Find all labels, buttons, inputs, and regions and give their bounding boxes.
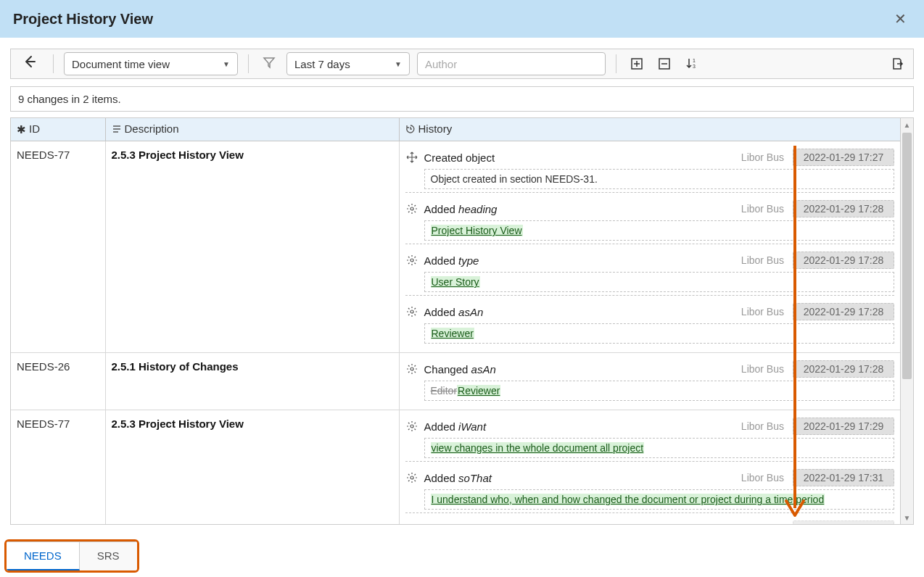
export-button[interactable] <box>887 54 907 74</box>
toolbar-divider <box>248 54 249 73</box>
history-separator <box>405 295 895 296</box>
history-entry-detail: Reviewer <box>424 323 895 344</box>
history-entry: Added asAnLibor Bus2022-01-29 17:28Revie… <box>400 300 901 344</box>
date-range-dropdown[interactable]: Last 7 days ▼ <box>286 52 410 75</box>
view-dropdown-label: Document time view <box>72 58 170 70</box>
history-entry-author: Libor Bus <box>741 151 784 163</box>
item-description: 2.5.3 Project History View <box>105 410 399 525</box>
window-title: Project History View <box>13 11 153 28</box>
close-icon[interactable]: ✕ <box>890 6 911 32</box>
item-id: NEEDS-77 <box>11 410 105 525</box>
gear-icon <box>405 471 418 484</box>
history-entry-author: Libor Bus <box>741 306 784 317</box>
gear-icon <box>405 254 418 267</box>
history-entry-header: Added typeLibor Bus2022-01-29 17:28 <box>400 249 901 272</box>
item-id: NEEDS-26 <box>11 353 105 410</box>
filter-button[interactable] <box>259 55 279 73</box>
history-separator <box>405 192 895 193</box>
gear-icon <box>405 420 418 433</box>
history-entry-detail: Project History View <box>424 220 895 241</box>
expand-all-button[interactable] <box>627 54 647 74</box>
history-entry-header: Added iWantLibor Bus2022-01-29 17:29 <box>400 415 901 438</box>
view-dropdown[interactable]: Document time view ▼ <box>64 52 238 75</box>
svg-text:3: 3 <box>693 64 696 69</box>
document-tabs: NEEDS SRS <box>4 539 139 573</box>
history-entry-author: Libor Bus <box>741 363 784 375</box>
column-header-history[interactable]: History <box>399 118 900 141</box>
export-icon <box>890 57 904 71</box>
funnel-icon <box>262 55 276 70</box>
history-entry-detail: User Story <box>424 272 895 292</box>
minus-box-icon <box>658 57 671 70</box>
history-cell: Created objectLibor Bus2022-01-29 17:27O… <box>399 141 900 353</box>
asterisk-icon: ✱ <box>17 123 26 136</box>
svg-point-4 <box>411 207 413 210</box>
plus-box-icon <box>630 57 643 70</box>
gear-icon <box>405 523 418 525</box>
history-entry-title: Added asAn <box>424 306 735 318</box>
history-entry-detail: Object created in section NEEDS-31. <box>424 169 895 189</box>
history-entry-header: Added soThatLibor Bus2022-01-29 17:31 <box>400 466 901 489</box>
history-entry: Added soThatLibor Bus2022-01-29 17:31I u… <box>400 466 901 513</box>
history-entry-author: Libor Bus <box>741 203 784 215</box>
svg-point-8 <box>411 425 413 428</box>
column-header-description[interactable]: Description <box>105 118 399 141</box>
history-entry-detail: I understand who, when and how changed t… <box>424 489 895 510</box>
history-entry-detail: EditorReviewer <box>424 381 895 401</box>
history-entry-detail: view changes in the whole document all p… <box>424 438 895 458</box>
item-description: 2.5.1 History of Changes <box>105 353 399 410</box>
grid-row: NEEDS-262.5.1 History of ChangesChanged … <box>11 353 900 410</box>
history-entry-header: Added headingLibor Bus2022-01-29 17:28 <box>400 197 901 220</box>
vertical-scrollbar[interactable]: ▲ ▼ <box>901 117 914 525</box>
history-entry: Added typeLibor Bus2022-01-29 17:28User … <box>400 249 901 296</box>
history-entry-title: Added type <box>424 254 735 267</box>
svg-point-7 <box>411 368 413 370</box>
item-id: NEEDS-77 <box>11 141 105 353</box>
history-cell: Added iWantLibor Bus2022-01-29 17:29view… <box>399 410 900 525</box>
history-entry-timestamp: 2022-01-29 17:28 <box>793 360 894 378</box>
toolbar-divider <box>616 54 616 73</box>
history-entry-author: Libor Bus <box>741 472 784 483</box>
svg-point-6 <box>411 310 413 313</box>
history-entry-author: Libor Bus <box>741 420 784 432</box>
history-grid: ✱ID Description History NEEDS-772.5.3 Pr… <box>10 117 901 525</box>
gear-icon <box>405 362 418 375</box>
history-entry: Added headingLibor Bus2022-01-29 17:28Pr… <box>400 197 901 244</box>
grid-row: NEEDS-772.5.3 Project History ViewAdded … <box>11 410 900 525</box>
history-entry: Added acceptanceCriteriaLibor Bus2022-01… <box>400 518 901 525</box>
history-entry: Created objectLibor Bus2022-01-29 17:27O… <box>400 146 901 193</box>
author-filter-input[interactable] <box>417 52 606 75</box>
scroll-up-button[interactable]: ▲ <box>901 118 913 131</box>
gear-icon <box>405 202 418 215</box>
tab-srs[interactable]: SRS <box>80 541 137 570</box>
tab-needs[interactable]: NEEDS <box>7 541 80 570</box>
svg-point-5 <box>411 259 413 262</box>
history-entry-author: Libor Bus <box>741 254 784 266</box>
gear-icon <box>405 305 418 318</box>
sort-button[interactable]: 13 <box>682 54 702 74</box>
column-header-id[interactable]: ✱ID <box>11 118 105 141</box>
history-entry-header: Added asAnLibor Bus2022-01-29 17:28 <box>400 300 901 323</box>
history-entry-header: Added acceptanceCriteriaLibor Bus2022-01… <box>400 518 901 525</box>
svg-point-9 <box>411 476 413 479</box>
history-entry-timestamp: 2022-01-29 17:27 <box>793 149 894 166</box>
scrollbar-thumb[interactable] <box>902 133 912 379</box>
history-entry-timestamp: 2022-01-29 17:28 <box>793 252 894 269</box>
grid-row: NEEDS-772.5.3 Project History ViewCreate… <box>11 141 900 353</box>
scroll-down-button[interactable]: ▼ <box>901 511 913 524</box>
collapse-all-button[interactable] <box>654 54 675 74</box>
history-entry-timestamp: 2022-01-29 17:28 <box>793 200 894 217</box>
history-separator <box>405 244 895 244</box>
date-range-label: Last 7 days <box>294 58 350 70</box>
list-icon <box>112 124 122 136</box>
history-entry-title: Created object <box>424 151 735 164</box>
back-button[interactable] <box>17 54 43 73</box>
history-entry-timestamp: 2022-01-29 17:31 <box>793 469 894 486</box>
chevron-down-icon: ▼ <box>223 60 230 68</box>
history-separator <box>405 512 895 513</box>
toolbar-divider <box>53 54 54 73</box>
history-entry-title: Added acceptanceCriteria <box>424 523 735 525</box>
toolbar: Document time view ▼ Last 7 days ▼ 13 <box>10 49 914 79</box>
sort-icon: 13 <box>685 57 699 71</box>
move-icon <box>405 151 418 164</box>
